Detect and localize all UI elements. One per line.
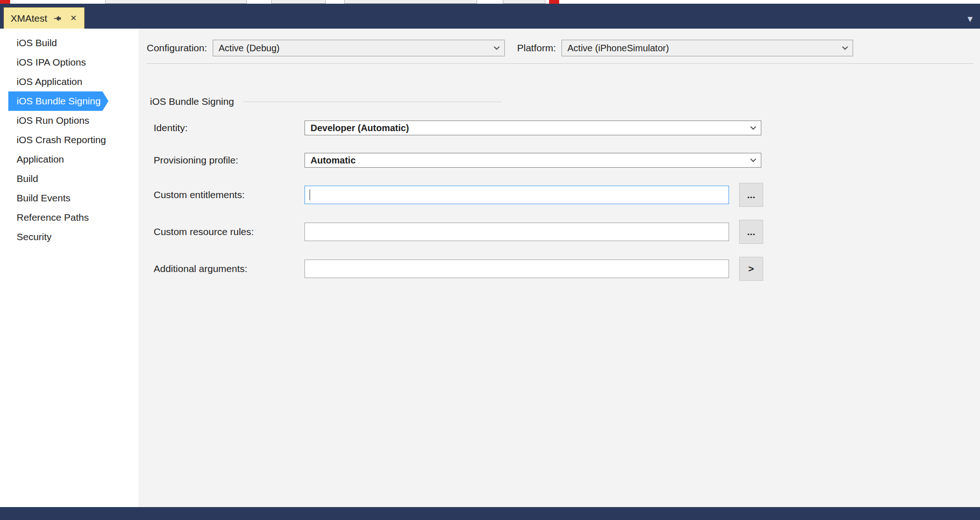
sidebar-item-ios-build[interactable]: iOS Build	[8, 33, 102, 53]
properties-page-window: XMAtest ✕ ▾ iOS Build iOS IPA Options iO…	[0, 0, 980, 520]
close-icon[interactable]: ✕	[68, 13, 78, 24]
platform-label: Platform:	[517, 42, 556, 54]
custom-resource-rules-input-wrap	[305, 223, 729, 241]
additional-arguments-row: Additional arguments: >	[147, 257, 980, 281]
artifact-red-mid	[549, 0, 559, 4]
sidebar-item-reference-paths[interactable]: Reference Paths	[8, 208, 102, 227]
sidebar-item-ios-crash-reporting[interactable]: iOS Crash Reporting	[8, 130, 102, 150]
identity-dropdown[interactable]: Developer (Automatic)	[305, 121, 761, 135]
main-panel: Configuration: Active (Debug) Platform: …	[138, 29, 980, 507]
configuration-label: Configuration:	[147, 42, 207, 54]
sidebar-item-ios-bundle-signing[interactable]: iOS Bundle Signing	[8, 91, 102, 111]
chevron-down-icon[interactable]: ▾	[968, 13, 973, 25]
chevron-down-icon	[750, 124, 756, 130]
screen-top-artifacts	[0, 0, 980, 4]
platform-dropdown[interactable]: Active (iPhoneSimulator)	[562, 40, 853, 56]
sidebar-item-ios-ipa-options[interactable]: iOS IPA Options	[8, 53, 102, 72]
provisioning-profile-dropdown[interactable]: Automatic	[305, 153, 761, 168]
custom-entitlements-label: Custom entitlements:	[154, 189, 305, 200]
sidebar-item-security[interactable]: Security	[8, 227, 102, 247]
artifact-bar-3	[344, 0, 477, 4]
sidebar-item-ios-application[interactable]: iOS Application	[8, 72, 102, 91]
chevron-down-icon	[842, 44, 848, 50]
sidebar-item-application[interactable]: Application	[8, 150, 102, 169]
custom-entitlements-row: Custom entitlements: ...	[147, 183, 980, 207]
artifact-bar-1	[105, 0, 247, 4]
artifact-bar-4	[503, 0, 545, 4]
section-divider	[243, 102, 502, 102]
section-header: iOS Bundle Signing	[150, 96, 980, 107]
property-pages-sidebar: iOS Build iOS IPA Options iOS Applicatio…	[0, 29, 138, 507]
additional-arguments-input[interactable]	[305, 260, 729, 278]
custom-entitlements-input-wrap	[305, 186, 729, 204]
artifact-red-left	[0, 0, 10, 4]
bundle-signing-form: Identity: Developer (Automatic) Provisio…	[147, 118, 980, 281]
custom-entitlements-input[interactable]	[305, 186, 729, 204]
text-caret	[310, 189, 310, 200]
configuration-row: Configuration: Active (Debug) Platform: …	[147, 40, 980, 56]
identity-label: Identity:	[154, 122, 305, 133]
additional-arguments-expand-button[interactable]: >	[739, 257, 763, 281]
custom-resource-rules-input[interactable]	[305, 223, 729, 241]
pin-icon[interactable]	[53, 13, 63, 24]
configuration-dropdown[interactable]: Active (Debug)	[213, 40, 505, 56]
section-title: iOS Bundle Signing	[150, 96, 234, 107]
identity-row: Identity: Developer (Automatic)	[147, 118, 980, 138]
custom-resource-rules-row: Custom resource rules: ...	[147, 220, 980, 244]
platform-value: Active (iPhoneSimulator)	[568, 43, 669, 54]
provisioning-profile-label: Provisioning profile:	[154, 155, 305, 166]
provisioning-profile-row: Provisioning profile: Automatic	[147, 151, 980, 170]
chevron-down-icon	[494, 44, 500, 50]
sidebar-item-ios-run-options[interactable]: iOS Run Options	[8, 111, 102, 130]
identity-value: Developer (Automatic)	[311, 123, 409, 133]
configuration-value: Active (Debug)	[219, 43, 280, 54]
browse-entitlements-button[interactable]: ...	[739, 183, 763, 207]
artifact-bar-2	[271, 0, 326, 4]
browse-resource-rules-button[interactable]: ...	[739, 220, 763, 244]
additional-arguments-label: Additional arguments:	[154, 263, 305, 274]
bottom-window-chrome	[0, 507, 980, 520]
provisioning-profile-value: Automatic	[311, 155, 356, 166]
additional-arguments-input-wrap	[305, 260, 729, 278]
tab-xmatest[interactable]: XMAtest ✕	[4, 7, 84, 29]
toolbar-separator	[147, 63, 974, 64]
sidebar-item-build[interactable]: Build	[8, 169, 102, 188]
document-tab-bar: XMAtest ✕ ▾	[0, 4, 980, 29]
content-area: iOS Build iOS IPA Options iOS Applicatio…	[0, 29, 980, 507]
sidebar-item-build-events[interactable]: Build Events	[8, 188, 102, 208]
tab-title: XMAtest	[11, 13, 47, 24]
chevron-down-icon	[750, 156, 756, 162]
custom-resource-rules-label: Custom resource rules:	[154, 226, 305, 237]
